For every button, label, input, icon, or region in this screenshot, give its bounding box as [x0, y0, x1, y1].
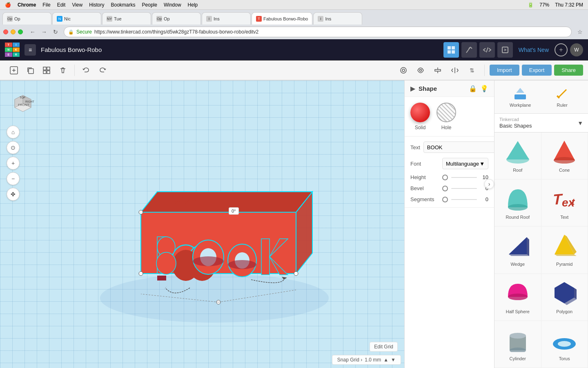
build-button[interactable] — [461, 42, 477, 58]
workplane-button[interactable]: Workplane — [499, 84, 541, 110]
view-geometry-button[interactable] — [396, 63, 411, 78]
shape-fields: Text Font Multilanguage ▼ Height 10 — [405, 137, 494, 208]
apple-menu[interactable]: 🍎 — [5, 2, 11, 8]
lib-item-polygon[interactable]: Polygon — [541, 274, 588, 321]
tab-2[interactable]: N Nic — [52, 12, 101, 25]
back-button[interactable]: ← — [28, 27, 38, 37]
code-button[interactable] — [479, 42, 495, 58]
minimize-button[interactable] — [11, 29, 16, 34]
tab-favicon-1: Op — [7, 16, 13, 22]
bookmarks-menu[interactable]: Bookmarks — [111, 2, 136, 8]
solid-option[interactable]: Solid — [410, 103, 430, 130]
mirror-button[interactable] — [448, 63, 462, 78]
forward-button[interactable]: → — [39, 27, 49, 37]
lib-item-text[interactable]: T ex t Text — [541, 180, 588, 227]
hole-option[interactable]: Hole — [437, 103, 456, 130]
lib-item-cylinder[interactable]: Cylinder — [494, 321, 541, 368]
segments-slider-track[interactable] — [451, 199, 477, 200]
bookmark-button[interactable]: ☆ — [575, 27, 585, 37]
history-menu[interactable]: History — [89, 2, 104, 8]
battery-icon: 🔋 — [528, 2, 534, 8]
add-user-button[interactable]: + — [555, 43, 568, 56]
project-title[interactable]: Fabulous Borwo-Robo — [41, 46, 439, 53]
url-bar[interactable]: 🔒 Secure https://www.tinkercad.com/thing… — [64, 27, 572, 37]
edit-grid-button[interactable]: Edit Grid — [370, 342, 398, 352]
tab-1[interactable]: Op Op — [2, 12, 51, 25]
svg-text:t: t — [572, 197, 575, 207]
import-button[interactable]: Import — [490, 65, 519, 76]
shape-lock-button[interactable]: 🔒 — [469, 85, 477, 92]
window-menu[interactable]: Window — [164, 2, 181, 8]
3d-view-button[interactable] — [443, 42, 459, 58]
snap-grid-bar[interactable]: Snap Grid › 1.0 mm ▲ ▼ — [332, 355, 401, 365]
brackets-button[interactable] — [497, 42, 513, 58]
shapes-library-panel: Workplane Ruler — [494, 81, 588, 368]
help-menu[interactable]: Help — [188, 2, 198, 8]
create-button[interactable] — [7, 63, 21, 78]
people-menu[interactable]: People — [142, 2, 157, 8]
redo-button[interactable] — [95, 63, 110, 78]
file-menu[interactable]: File — [42, 2, 50, 8]
font-field-label: Font — [410, 161, 439, 167]
text-shape-preview: T ex t — [551, 185, 577, 211]
tab-5[interactable]: I Ins — [202, 12, 251, 25]
menu-button[interactable]: ≡ — [24, 44, 36, 56]
lib-item-cone[interactable]: Cone — [541, 132, 588, 180]
lib-item-roundroof[interactable]: Round Roof — [494, 180, 541, 227]
bevel-slider-dot[interactable] — [442, 186, 448, 191]
ruler-button[interactable]: Ruler — [541, 84, 584, 110]
lib-item-pyramid[interactable]: Pyramid — [541, 227, 588, 274]
library-category-info: Tinkercad Basic Shapes — [499, 117, 532, 129]
export-button[interactable]: Export — [522, 65, 552, 76]
font-dropdown[interactable]: Multilanguage ▼ — [442, 158, 488, 169]
close-button[interactable] — [3, 29, 8, 34]
svg-point-11 — [401, 67, 406, 73]
share-button[interactable]: Share — [554, 65, 583, 76]
text-input[interactable] — [423, 141, 494, 153]
user-avatar-button[interactable]: W — [570, 43, 583, 56]
tc-viewport[interactable]: FRONT RIGHT TOP ⌂ ⊙ + − ✤ — [0, 81, 404, 368]
svg-point-12 — [402, 69, 405, 72]
tab-favicon-6: I — [318, 16, 323, 22]
delete-button[interactable] — [56, 63, 70, 78]
logo-r: R — [13, 52, 20, 57]
nav-buttons: ← → ↻ — [28, 27, 60, 37]
chrome-menu[interactable]: Chrome — [18, 2, 36, 8]
tab-3[interactable]: NY Tue — [102, 12, 151, 25]
lib-label-polygon: Polygon — [556, 309, 572, 314]
shape-help-button[interactable]: 💡 — [480, 85, 488, 92]
maximize-button[interactable] — [18, 29, 23, 34]
whats-new-button[interactable]: What's New — [515, 47, 552, 53]
lib-item-roof[interactable]: Roof — [494, 132, 541, 180]
segments-slider-dot[interactable] — [442, 197, 448, 202]
lib-item-torus[interactable]: Torus — [541, 321, 588, 368]
lib-item-halfsphere[interactable]: Half Sphere — [494, 274, 541, 321]
height-slider-dot[interactable] — [442, 175, 448, 180]
grid-copy-button[interactable] — [39, 63, 54, 78]
lib-label-roundroof: Round Roof — [506, 215, 530, 220]
view-mode-button[interactable] — [413, 63, 428, 78]
bevel-slider-track[interactable] — [451, 188, 477, 189]
workplane-icon — [513, 86, 528, 101]
snap-grid-label: Snap Grid › — [337, 357, 362, 363]
snap-grid-down-arrow[interactable]: ▼ — [391, 357, 396, 363]
tab-active[interactable]: T Fabulous Borwo-Robo — [252, 12, 312, 25]
shape-collapse-button[interactable]: ▶ — [410, 85, 415, 92]
tab-4[interactable]: Op Op — [152, 12, 201, 25]
flip-button[interactable]: ⇅ — [465, 63, 479, 78]
copy-button[interactable] — [23, 63, 38, 78]
snap-grid-up-arrow[interactable]: ▲ — [383, 357, 388, 363]
svg-point-13 — [419, 69, 421, 71]
undo-button[interactable] — [79, 63, 94, 78]
align-button[interactable] — [430, 63, 445, 78]
reload-button[interactable]: ↻ — [51, 27, 60, 37]
edit-menu[interactable]: Edit — [57, 2, 66, 8]
text-field-row: Text — [410, 141, 488, 153]
roof-shape-preview — [505, 138, 531, 164]
library-category-dropdown[interactable]: Tinkercad Basic Shapes ▼ — [494, 114, 588, 132]
tab-6[interactable]: I Ins — [313, 12, 362, 25]
height-slider-track[interactable] — [451, 177, 477, 178]
view-menu[interactable]: View — [72, 2, 82, 8]
tc-logo[interactable]: T I N K E R — [5, 43, 20, 57]
lib-item-wedge[interactable]: Wedge — [494, 227, 541, 274]
